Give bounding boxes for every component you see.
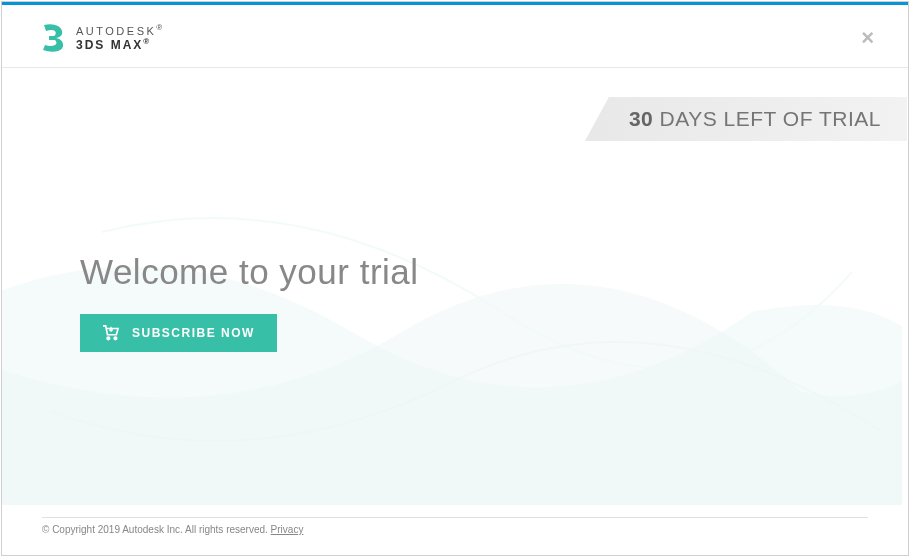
dialog-window: AUTODESK® 3DS MAX® × 30 DAYS LEFT OF TRI…	[1, 1, 909, 556]
logo-section: AUTODESK® 3DS MAX®	[40, 23, 162, 53]
footer: © Copyright 2019 Autodesk Inc. All right…	[42, 517, 868, 535]
close-icon: ×	[861, 25, 874, 50]
privacy-link[interactable]: Privacy	[271, 524, 304, 535]
trial-days-text: DAYS LEFT OF TRIAL	[653, 107, 881, 130]
main-content: Welcome to your trial SUBSCRIBE NOW	[80, 252, 419, 352]
subscribe-button-label: SUBSCRIBE NOW	[132, 326, 255, 340]
brand-product: 3DS MAX®	[76, 37, 162, 53]
header: AUTODESK® 3DS MAX® ×	[2, 5, 908, 68]
subscribe-button[interactable]: SUBSCRIBE NOW	[80, 314, 277, 352]
brand-company: AUTODESK®	[76, 23, 162, 37]
welcome-heading: Welcome to your trial	[80, 252, 419, 292]
copyright-text: © Copyright 2019 Autodesk Inc. All right…	[42, 524, 271, 535]
product-logo-icon	[40, 23, 66, 53]
cart-icon	[102, 325, 120, 341]
svg-point-1	[114, 337, 117, 340]
trial-days-count: 30	[629, 107, 653, 130]
brand-text: AUTODESK® 3DS MAX®	[76, 23, 162, 53]
svg-point-0	[107, 337, 110, 340]
close-button[interactable]: ×	[851, 27, 884, 49]
